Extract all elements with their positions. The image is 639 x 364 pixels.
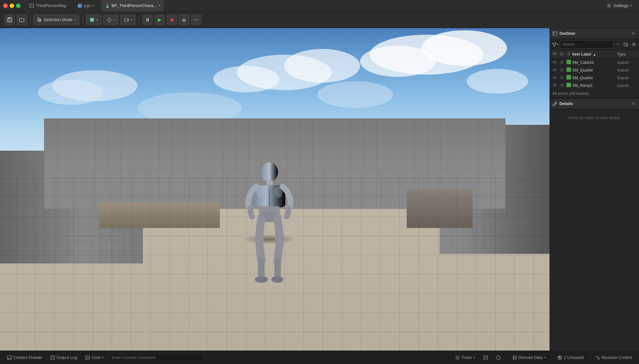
item-vis-3[interactable] bbox=[551, 76, 558, 80]
selection-mode-button[interactable]: Selection Mode ▾ bbox=[34, 15, 79, 25]
svg-rect-31 bbox=[266, 180, 273, 186]
svg-point-38 bbox=[274, 186, 282, 198]
tab-jojo[interactable]: BP jojo • bbox=[74, 0, 98, 11]
main-area: Outliner × ▾ ▾ bbox=[0, 28, 639, 351]
derived-data-icon bbox=[512, 355, 517, 360]
cmd-chevron: ▾ bbox=[102, 356, 104, 359]
tab-thirdpersonmap[interactable]: ThirdPersonMap bbox=[26, 0, 71, 11]
svg-point-34 bbox=[255, 276, 268, 283]
unsaved-button[interactable]: 2 Unsaved bbox=[554, 354, 587, 361]
content-browser-button[interactable] bbox=[17, 15, 27, 25]
folder-add-icon bbox=[624, 42, 628, 47]
output-log-label: Output Log bbox=[57, 355, 77, 360]
item-vis-1[interactable] bbox=[551, 60, 558, 65]
save-icon bbox=[7, 17, 12, 23]
revision-control-button[interactable]: Revision Control bbox=[592, 354, 635, 361]
item-star-4[interactable] bbox=[558, 83, 565, 87]
unsaved-label: 2 Unsaved bbox=[564, 355, 583, 360]
eye-icon-sm bbox=[553, 76, 557, 80]
maximize-button[interactable] bbox=[16, 4, 20, 8]
details-panel: Details × Select an object to view detai… bbox=[550, 98, 639, 351]
map-icon bbox=[29, 4, 34, 8]
toolbar-separator-1 bbox=[30, 15, 30, 24]
tab-bp[interactable]: BP_ThirdPersonChara... • bbox=[101, 0, 164, 11]
camera-icon bbox=[124, 17, 129, 22]
content-drawer-icon bbox=[7, 355, 12, 360]
stop-icon: ⏹ bbox=[170, 17, 174, 22]
content-drawer-button[interactable]: Content Drawer bbox=[4, 354, 45, 361]
svg-line-75 bbox=[486, 357, 486, 358]
trace-chevron: ▾ bbox=[473, 356, 475, 359]
svg-point-35 bbox=[271, 276, 283, 283]
save-button[interactable] bbox=[4, 15, 15, 25]
outliner-item[interactable]: SM_Quarter StaticM bbox=[550, 66, 639, 74]
cmd-button[interactable]: ⌘ Cmd ▾ bbox=[82, 354, 106, 361]
svg-point-59 bbox=[554, 85, 555, 86]
character-svg bbox=[236, 131, 302, 318]
svg-line-61 bbox=[555, 102, 556, 103]
output-log-button[interactable]: Output Log bbox=[47, 354, 80, 361]
close-button[interactable] bbox=[3, 4, 8, 8]
status-right: Trace ▾ Derived Data bbox=[452, 354, 635, 361]
item-vis-2[interactable] bbox=[551, 68, 558, 72]
actors-count: 49 actors (49 loaded) bbox=[550, 89, 639, 98]
trace-button[interactable]: Trace ▾ bbox=[452, 354, 478, 361]
star-icon-sm bbox=[560, 60, 564, 64]
minimize-button[interactable] bbox=[10, 4, 14, 8]
search-chevron: ▾ bbox=[617, 42, 619, 46]
more-options-button[interactable]: ⋯ bbox=[191, 15, 201, 25]
blueprint-icon: BP bbox=[78, 4, 82, 8]
viewport[interactable] bbox=[0, 28, 550, 351]
details-empty-message: Select an object to view details. bbox=[550, 109, 639, 126]
toolbar-separator-2 bbox=[82, 15, 83, 24]
settings-outliner-button[interactable] bbox=[630, 40, 637, 49]
svg-point-37 bbox=[256, 186, 264, 198]
pause-button[interactable]: ⏸ bbox=[142, 15, 153, 25]
outliner-item[interactable]: SM_Cube10 StaticM bbox=[550, 59, 639, 66]
derived-data-button[interactable]: Derived Data ▾ bbox=[509, 354, 549, 361]
eject-button[interactable]: ⏏ bbox=[179, 15, 189, 25]
right-panel: Outliner × ▾ ▾ bbox=[550, 28, 639, 351]
toolbar-separator-3 bbox=[139, 15, 139, 24]
status-sep-3 bbox=[589, 354, 590, 361]
outliner-search[interactable] bbox=[560, 40, 613, 49]
svg-rect-82 bbox=[558, 358, 561, 359]
svg-rect-62 bbox=[7, 356, 11, 360]
outliner-item[interactable]: SM_Ramp2 StaticM bbox=[550, 82, 639, 89]
visibility-header bbox=[551, 51, 558, 57]
titlebar: ThirdPersonMap BP jojo • BP_ThirdPersonC… bbox=[0, 0, 639, 11]
outliner-close-button[interactable]: × bbox=[630, 31, 636, 36]
tab-thirdpersonmap-label: ThirdPersonMap bbox=[36, 3, 66, 8]
stats-button[interactable] bbox=[480, 354, 491, 361]
details-header: Details × bbox=[550, 98, 639, 109]
stop-button[interactable]: ⏹ bbox=[167, 15, 177, 25]
type-icon-header bbox=[565, 52, 572, 57]
filter-button[interactable]: ▾ bbox=[552, 40, 558, 49]
label-header[interactable]: Item Label ▲ bbox=[572, 52, 617, 57]
camera-chevron: ▾ bbox=[131, 18, 132, 21]
cog-icon bbox=[632, 42, 636, 47]
tab-bp-modified: • bbox=[159, 3, 160, 8]
settings-button[interactable]: Settings ▾ bbox=[603, 2, 636, 10]
add-actor-button[interactable]: ▾ bbox=[86, 15, 101, 25]
create-folder-button[interactable] bbox=[623, 40, 629, 49]
item-star-2[interactable] bbox=[558, 68, 565, 72]
content-build-button[interactable] bbox=[493, 354, 504, 361]
play-button[interactable]: ▶ bbox=[155, 15, 165, 25]
item-star-1[interactable] bbox=[558, 60, 565, 64]
item-type-3: StaticM bbox=[617, 76, 638, 80]
toolbar: Selection Mode ▾ ▾ ▾ ▾ ⏸ ▶ bbox=[0, 11, 639, 28]
lock-icon bbox=[567, 52, 571, 56]
details-close-button[interactable]: × bbox=[630, 101, 636, 107]
transform-button[interactable]: ▾ bbox=[103, 15, 119, 25]
item-star-3[interactable] bbox=[558, 76, 565, 80]
unsaved-icon bbox=[558, 355, 562, 360]
outliner-item[interactable]: SM_Quarter StaticM bbox=[550, 74, 639, 82]
camera-button[interactable]: ▾ bbox=[120, 15, 136, 25]
search-dropdown-button[interactable]: ▾ bbox=[615, 40, 621, 49]
gear-icon bbox=[606, 3, 612, 8]
item-vis-4[interactable] bbox=[551, 83, 558, 88]
console-input[interactable] bbox=[109, 354, 204, 361]
svg-point-21 bbox=[360, 46, 436, 77]
svg-point-27 bbox=[317, 81, 393, 108]
